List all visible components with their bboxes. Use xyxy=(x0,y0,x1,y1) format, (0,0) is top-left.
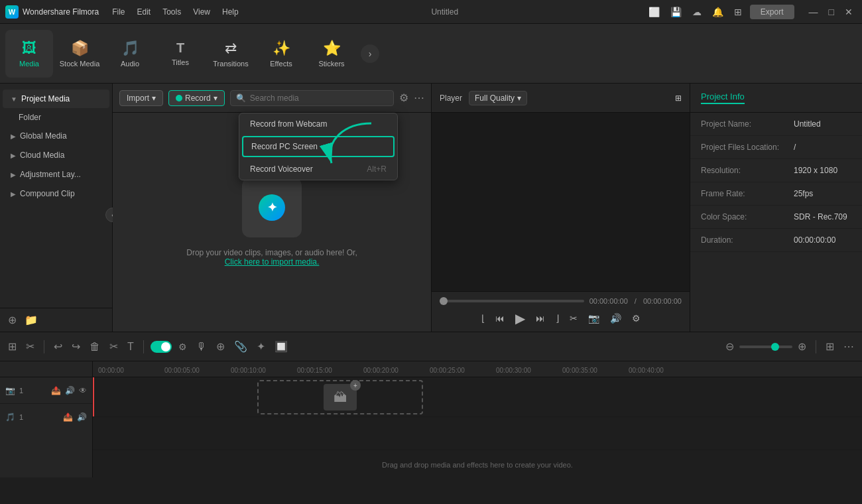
volume-button[interactable]: 🔊 xyxy=(610,313,621,324)
toolbar-stock-media[interactable]: 📦 Stock Media xyxy=(56,30,103,78)
ruler-tick-5: 00:00:25:00 xyxy=(430,367,496,374)
timeline-delete-icon[interactable]: 🗑 xyxy=(87,338,103,355)
timeline-body: 📷 1 📤 🔊 👁 🎵 1 📤 🔊 00:00: xyxy=(0,361,862,477)
icon-monitor[interactable]: ⬜ xyxy=(646,5,662,19)
zoom-track[interactable] xyxy=(739,346,792,348)
global-media-chevron: ▶ xyxy=(11,133,16,140)
sidebar-item-adjustment-layer[interactable]: ▶ Adjustment Lay... xyxy=(3,165,109,184)
sidebar-item-project-media[interactable]: ▼ Project Media xyxy=(3,90,109,108)
progress-bar[interactable] xyxy=(440,300,584,302)
cloud-media-chevron: ▶ xyxy=(11,152,16,159)
timeline-toggle[interactable] xyxy=(151,341,172,353)
audio-track-volume-icon[interactable]: 🔊 xyxy=(77,412,87,422)
menu-bar[interactable]: File Edit Tools View Help xyxy=(107,6,244,18)
toolbar-media[interactable]: 🖼 Media xyxy=(5,30,53,78)
audio-track xyxy=(93,417,862,450)
timeline-grid-icon[interactable]: ⊞ xyxy=(5,338,19,355)
drop-media-thumb: 🏔 + xyxy=(324,384,357,410)
toolbar-effects[interactable]: ✨ Effects xyxy=(257,30,305,78)
more-icon[interactable]: ⋯ xyxy=(414,92,424,104)
duration-row: Duration: 00:00:00:00 xyxy=(690,229,862,252)
split-button[interactable]: ✂ xyxy=(570,313,578,324)
quality-select[interactable]: Full Quality ▾ xyxy=(469,91,527,105)
timeline-cut-icon[interactable]: ✂ xyxy=(107,338,121,355)
sidebar-item-compound-clip[interactable]: ▶ Compound Clip xyxy=(3,184,109,203)
snapshot-button[interactable]: 📷 xyxy=(588,313,599,324)
import-button[interactable]: Import ▾ xyxy=(119,90,163,106)
timeline-redo-icon[interactable]: ↪ xyxy=(69,338,83,355)
next-frame-button[interactable]: ⏭ xyxy=(536,313,545,324)
media-toolbar: Import ▾ Record ▾ 🔍 ⚙ ⋯ xyxy=(113,84,431,113)
player-expand-icon[interactable]: ⊞ xyxy=(675,94,682,103)
search-box[interactable]: 🔍 xyxy=(230,90,394,106)
dropdown-item-voiceover[interactable]: Record Voiceover Alt+R xyxy=(239,158,397,180)
menu-file[interactable]: File xyxy=(107,6,130,18)
zoom-thumb xyxy=(771,343,779,351)
compound-clip-chevron: ▶ xyxy=(11,190,16,198)
filter-icon[interactable]: ⚙ xyxy=(399,92,408,104)
timeline-mic-icon[interactable]: 🎙 xyxy=(194,338,210,355)
export-button[interactable]: Export xyxy=(750,5,794,19)
sidebar-item-cloud-media[interactable]: ▶ Cloud Media xyxy=(3,146,109,164)
import-folder-icon[interactable]: 📁 xyxy=(25,314,38,326)
minimize-button[interactable]: — xyxy=(805,7,822,17)
mark-out-button[interactable]: ⌋ xyxy=(556,313,559,324)
zoom-out-icon[interactable]: ⊖ xyxy=(723,338,737,355)
ruler-tick-6: 00:00:30:00 xyxy=(496,367,562,374)
sidebar-item-global-media[interactable]: ▶ Global Media xyxy=(3,127,109,145)
toolbar-audio[interactable]: 🎵 Audio xyxy=(106,30,154,78)
icon-grid[interactable]: ⊞ xyxy=(731,5,745,19)
dropdown-item-webcam[interactable]: Record from Webcam xyxy=(239,113,397,135)
video-track-upload-icon[interactable]: 📤 xyxy=(51,386,61,395)
drop-icon-wrapper: ↓ ✦ xyxy=(242,178,302,237)
add-folder-icon[interactable]: ⊕ xyxy=(8,314,17,326)
audio-track-upload-icon[interactable]: 📤 xyxy=(63,412,73,422)
timeline-more-icon[interactable]: ⋯ xyxy=(841,338,857,355)
toolbar-transitions[interactable]: ⇄ Transitions xyxy=(207,30,255,78)
drop-media-zone[interactable]: 🏔 + xyxy=(257,380,423,414)
zoom-in-icon[interactable]: ⊕ xyxy=(795,338,809,355)
menu-edit[interactable]: Edit xyxy=(132,6,156,18)
maximize-button[interactable]: □ xyxy=(825,7,838,17)
color-space-key: Color Space: xyxy=(701,212,794,221)
mark-in-button[interactable]: ⌊ xyxy=(481,313,485,324)
timeline-magnet-icon[interactable]: ✂ xyxy=(23,338,37,355)
frame-rate-row: Frame Rate: 25fps xyxy=(690,182,862,206)
record-button[interactable]: Record ▾ xyxy=(168,90,225,106)
sidebar-item-folder[interactable]: Folder xyxy=(0,109,112,126)
title-bar: W Wondershare Filmora File Edit Tools Vi… xyxy=(0,0,862,24)
close-button[interactable]: ✕ xyxy=(841,7,857,17)
video-track-eye-icon[interactable]: 👁 xyxy=(79,386,87,395)
toolbar-stickers[interactable]: ⭐ Stickers xyxy=(308,30,355,78)
video-track-audio-icon[interactable]: 🔊 xyxy=(65,386,75,395)
icon-save[interactable]: 💾 xyxy=(668,5,684,19)
drop-link[interactable]: Click here to import media. xyxy=(225,257,320,267)
search-input[interactable] xyxy=(250,94,388,103)
prev-frame-button[interactable]: ⏮ xyxy=(495,313,505,324)
toolbar-expand-button[interactable]: › xyxy=(361,44,379,63)
transitions-label: Transitions xyxy=(213,60,248,68)
logo-icon: W xyxy=(5,5,19,19)
toolbar-titles[interactable]: T Titles xyxy=(156,30,204,78)
timeline-layout-icon[interactable]: ⊞ xyxy=(823,338,837,355)
timeline-undo-icon[interactable]: ↩ xyxy=(51,338,65,355)
dropdown-item-screen[interactable]: Record PC Screen xyxy=(242,136,395,157)
menu-view[interactable]: View xyxy=(188,6,216,18)
icon-notification[interactable]: 🔔 xyxy=(709,5,726,19)
tl-divider-3 xyxy=(816,340,816,353)
timeline-settings-icon[interactable]: ⚙ xyxy=(176,339,190,355)
main-layout: ▼ Project Media Folder ▶ Global Media ▶ … xyxy=(0,84,862,332)
play-button[interactable]: ▶ xyxy=(515,310,525,326)
compound-clip-label: Compound Clip xyxy=(20,189,75,198)
menu-tools[interactable]: Tools xyxy=(157,6,186,18)
zoom-slider: ⊖ ⊕ xyxy=(723,338,809,355)
timeline-text-icon[interactable]: T xyxy=(125,338,137,355)
timeline-magic-icon[interactable]: ✦ xyxy=(254,338,268,355)
timeline-record-icon[interactable]: ⊕ xyxy=(214,338,227,355)
settings-button[interactable]: ⚙ xyxy=(632,313,641,324)
timeline-ai-icon[interactable]: 🔲 xyxy=(272,338,290,355)
menu-help[interactable]: Help xyxy=(217,6,244,18)
project-info-tab-label[interactable]: Project Info xyxy=(701,92,745,104)
icon-cloud[interactable]: ☁ xyxy=(690,5,704,19)
timeline-clip-icon[interactable]: 📎 xyxy=(231,338,250,355)
